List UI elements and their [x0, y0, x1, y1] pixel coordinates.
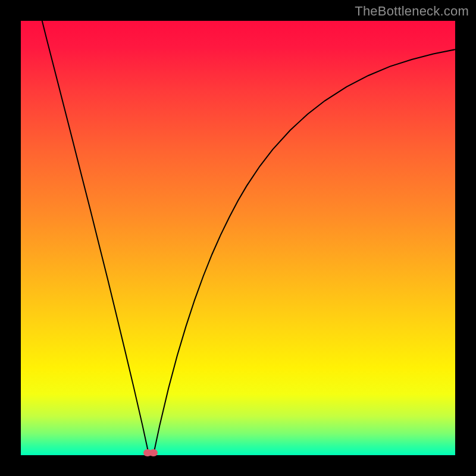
curve-left-branch: [42, 21, 149, 455]
chart-frame: TheBottleneck.com: [0, 0, 476, 476]
curve-layer: [21, 21, 455, 455]
curve-right-branch: [154, 49, 455, 455]
plot-area: [21, 21, 455, 455]
minimum-marker-2: [149, 449, 158, 456]
watermark-text: TheBottleneck.com: [355, 4, 469, 19]
